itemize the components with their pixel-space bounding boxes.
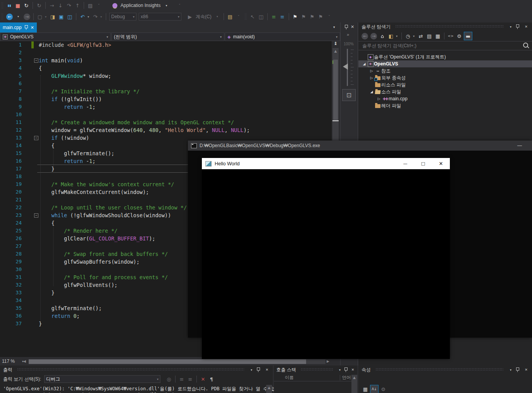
tree-expander-icon[interactable]: ◢ (362, 62, 367, 66)
copy-parallel-button[interactable]: ◫ (257, 13, 265, 21)
solution-explorer-titlebar[interactable]: 솔루션 탐색기 ▾ ✕ (358, 22, 532, 31)
panel-pin-icon[interactable] (344, 25, 348, 29)
code-line-7[interactable]: 7 /* Initialize the library */ (0, 88, 332, 95)
se-switch-views-button[interactable]: ◧ (387, 32, 395, 40)
fold-collapse-icon[interactable]: − (34, 58, 38, 63)
redo-button-dropdown[interactable]: ▾ (100, 15, 103, 19)
scroll-up-arrow[interactable]: ▲ (332, 48, 339, 53)
pause-button[interactable]: ▮▮ (5, 2, 13, 9)
restart-button[interactable]: ↻ (22, 2, 30, 9)
scroll-left-arrow[interactable]: ◀ (23, 359, 26, 363)
member-dropdown[interactable]: ◈ main(void) ▾ (225, 33, 340, 41)
se-preview-toggle-button[interactable]: ▬ (464, 32, 472, 40)
fold-collapse-icon[interactable]: − (34, 213, 38, 218)
tree-item--openglvs-1-[interactable]: ◆솔루션 'OpenGLVS' (1개 프로젝트) (358, 53, 532, 60)
stop-button[interactable]: ■ (14, 2, 22, 9)
window-position-icon[interactable]: ▾ (508, 368, 513, 372)
se-pending-changes-filter[interactable]: ◷ (404, 32, 412, 40)
hello-world-window[interactable]: Hello World — □ ✕ (202, 158, 450, 359)
tree-item--[interactable]: ◢소스 파일 (358, 88, 532, 95)
output-find-message-button[interactable]: ◎ (165, 375, 173, 383)
hello-world-titlebar[interactable]: Hello World — □ ✕ (202, 158, 450, 169)
code-line-10[interactable]: 10 (0, 111, 332, 118)
code-line-3[interactable]: 3−int main(void) (0, 57, 332, 64)
close-icon[interactable]: ✕ (523, 25, 529, 29)
tree-item--[interactable]: 리소스 파일 (358, 81, 532, 88)
application-insights-dropdown[interactable]: ▾ (162, 2, 170, 9)
properties-pages-button[interactable]: ⚙ (379, 385, 387, 393)
continue-dropdown[interactable]: ▾ (213, 13, 221, 21)
output-titlebar[interactable]: 출력 ▾ ✕ (0, 366, 273, 374)
navigate-forward-button[interactable]: → (24, 14, 30, 20)
diagnostics-overflow[interactable]: ˅ (235, 13, 243, 21)
se-home-button[interactable]: ⌂ (379, 32, 386, 40)
new-file-button[interactable]: ▢ (36, 13, 44, 21)
output-clear-all-button[interactable]: ✕ (199, 375, 207, 383)
save-all-button[interactable]: ◫ (66, 13, 74, 21)
toolbar-grip-2[interactable] (244, 13, 247, 20)
close-icon[interactable]: ✕ (351, 368, 355, 372)
project-dropdown[interactable]: ✚ OpenGLVS ▾ (0, 33, 111, 41)
code-line-6[interactable]: 6 (0, 80, 332, 88)
tree-item--[interactable]: 헤더 파일 (358, 102, 532, 109)
code-line-1[interactable]: 1#include <GLFW/glfw3.h> (0, 41, 332, 49)
scroll-up-arrow[interactable]: ▲ (351, 375, 357, 379)
code-line-12[interactable]: 12 window = glfwCreateWindow(640, 480, "… (0, 126, 332, 134)
undo-button[interactable]: ↶ (79, 13, 86, 21)
scrollbar-thumb[interactable] (333, 60, 338, 120)
continue-label[interactable]: 계속(C) (195, 14, 213, 20)
pin-icon[interactable] (257, 367, 262, 372)
properties-categorized-button[interactable]: ▦ (362, 385, 369, 393)
code-line-4[interactable]: 4{ (0, 64, 332, 72)
hot-reload-button[interactable]: ↻ (35, 2, 43, 9)
callstack-titlebar[interactable]: 호출 스택 ▾ ✕ (274, 366, 357, 374)
console-minimize-button[interactable]: — (517, 143, 522, 148)
tree-item-openglvs[interactable]: ◢✚OpenGLVS (358, 60, 532, 67)
line-indent-button[interactable]: ≡ (270, 13, 278, 21)
code-line-11[interactable]: 11 /* Create a windowed mode window and … (0, 118, 332, 126)
panel-overflow-icon[interactable]: » (347, 32, 349, 37)
properties-titlebar[interactable]: 속성 ▾ ✕ (358, 366, 532, 374)
diagnostics-button[interactable]: ▤ (226, 13, 234, 21)
code-line-9[interactable]: 9 return -1; (0, 103, 332, 111)
callstack-scrollbar[interactable]: ▲ (351, 375, 357, 393)
se-pending-changes-filter-dropdown[interactable]: ▾ (413, 34, 416, 38)
window-position-icon[interactable]: ▾ (249, 368, 254, 372)
panel-close-icon[interactable]: ✕ (351, 24, 354, 29)
se-properties-button[interactable]: ⚙ (455, 32, 463, 40)
tree-item--[interactable]: ▷외부 종속성 (358, 74, 532, 81)
bookmark-button[interactable]: ⚑ (291, 13, 299, 21)
breakpoints-button[interactable]: ▨ (86, 2, 94, 9)
se-copy-button[interactable]: ▦ (434, 32, 442, 40)
add-item-button[interactable]: ◨ (49, 13, 57, 21)
properties-alphabetical-button[interactable]: A↓ (370, 385, 379, 393)
close-button[interactable]: ✕ (432, 158, 450, 169)
undo-button-dropdown[interactable]: ▾ (88, 15, 91, 19)
next-bookmark-button[interactable]: ⚑ (308, 13, 316, 21)
output-scrollbar[interactable]: ▲ (266, 385, 272, 393)
scroll-up-arrow[interactable]: ▲ (266, 385, 272, 390)
hello-world-canvas[interactable] (202, 169, 450, 359)
select-pointer-button[interactable]: ↖ (249, 13, 257, 21)
h-scrollbar-track[interactable] (29, 359, 325, 364)
navigate-backward-dropdown[interactable]: ▾ (14, 13, 22, 21)
editor-zoom-dropdown[interactable]: 117 % ▾ (0, 358, 26, 365)
editor-split-handle[interactable]: ↨ (332, 41, 339, 48)
output-source-combo[interactable]: 디버그 ▾ (44, 375, 160, 383)
se-code-view-button[interactable]: <> (447, 32, 455, 40)
close-icon[interactable]: ✕ (523, 368, 529, 372)
toolbar-overflow[interactable]: ˅ (95, 2, 103, 9)
step-into-button[interactable]: ↓ (57, 2, 64, 9)
code-line-5[interactable]: 5 GLFWwindow* window; (0, 72, 332, 80)
minimize-button[interactable]: — (396, 158, 414, 169)
output-prev-message-button[interactable]: ≡ (178, 375, 186, 383)
pin-icon[interactable] (344, 367, 348, 372)
output-next-message-button[interactable]: ≡ (186, 375, 194, 383)
toolbar-overflow-3[interactable]: ˅ (325, 13, 333, 21)
se-switch-views-button-dropdown[interactable]: ▾ (396, 34, 399, 38)
fold-collapse-icon[interactable]: − (34, 136, 38, 140)
maximize-button[interactable]: □ (414, 158, 432, 169)
tree-expander-icon[interactable]: ▷ (376, 97, 382, 101)
tab-pin-icon[interactable] (24, 25, 28, 30)
code-line-2[interactable]: 2 (0, 49, 332, 57)
